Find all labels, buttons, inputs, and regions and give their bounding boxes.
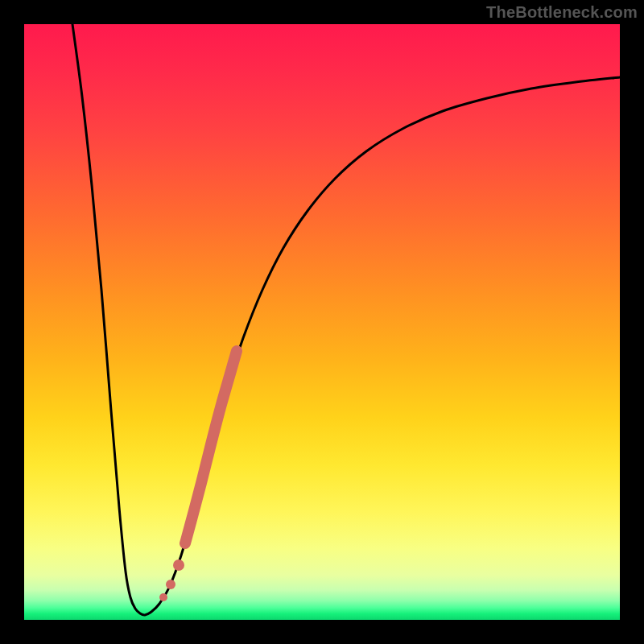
watermark-text: TheBottleneck.com <box>486 3 638 22</box>
curve-highlight <box>185 351 237 543</box>
curve-highlight-dot <box>173 559 184 571</box>
bottleneck-curve <box>72 24 620 615</box>
curve-layer <box>24 24 620 620</box>
curve-highlight-dot <box>166 580 175 589</box>
curve-highlight-dot <box>159 593 167 601</box>
chart-frame: TheBottleneck.com <box>0 0 644 644</box>
